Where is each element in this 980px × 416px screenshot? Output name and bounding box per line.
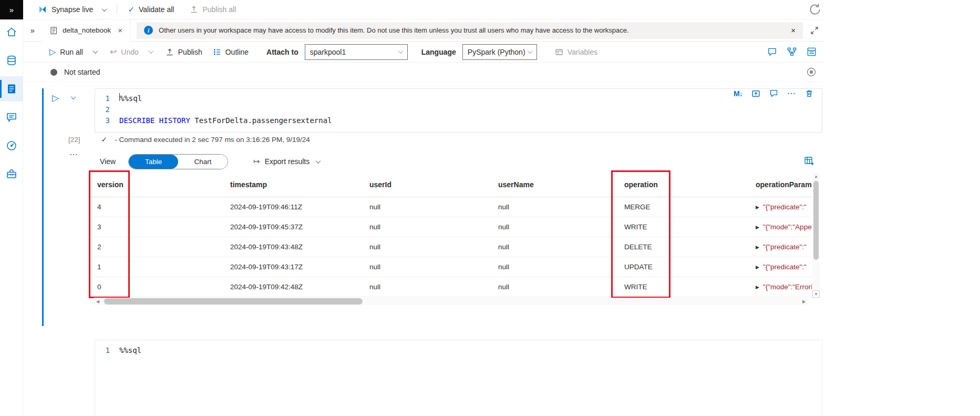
validate-all-button[interactable]: ✓ Validate all — [128, 5, 174, 14]
convert-to-markdown-icon[interactable]: M↓ — [734, 89, 742, 98]
dismiss-banner-icon[interactable]: × — [791, 26, 796, 35]
line-number: 2 — [95, 104, 119, 115]
synapse-studio-app: » Synapse live ✓ Validate all Publish al… — [0, 0, 980, 416]
sidebar-item-data[interactable] — [0, 48, 23, 73]
expand-json-icon[interactable]: ▶ — [756, 205, 759, 210]
column-header-version: version — [90, 173, 223, 197]
line-number: 3 — [95, 115, 119, 126]
attach-to-label: Attach to — [266, 48, 298, 56]
tab-delta-notebook[interactable]: delta_notebook × — [42, 19, 130, 42]
double-chevron-icon: » — [30, 26, 35, 35]
save-as-table-icon[interactable] — [804, 156, 814, 166]
home-icon — [5, 26, 18, 38]
more-cell-actions-icon[interactable]: ⋯ — [787, 88, 796, 98]
focus-cell-icon[interactable] — [751, 89, 760, 98]
delete-cell-icon[interactable] — [805, 89, 813, 98]
refresh-icon[interactable] — [808, 3, 822, 16]
code-line: 3 DESCRIBE HISTORY TestForDelta.passenge… — [95, 115, 822, 126]
cell-username: null — [491, 257, 617, 277]
variables-button[interactable]: Variables — [555, 48, 597, 56]
sql-keyword: DESCRIBE HISTORY — [119, 115, 190, 126]
scrollbar-thumb[interactable] — [104, 298, 363, 305]
chevron-down-icon — [527, 48, 532, 54]
success-check-icon: ✓ — [101, 135, 108, 144]
comments-icon[interactable] — [767, 47, 777, 57]
language-label: Language — [421, 48, 456, 56]
scroll-up-icon[interactable]: ▲ — [812, 173, 820, 180]
sidebar-item-manage[interactable] — [0, 161, 23, 187]
export-results-button[interactable]: ↦ Export results — [253, 157, 320, 166]
run-all-button[interactable]: ▷ Run all — [49, 48, 83, 56]
run-cell-button[interactable]: ▷ — [52, 94, 59, 103]
expand-explorer-button[interactable]: » — [23, 26, 42, 35]
view-toggle: Table Chart — [128, 154, 228, 169]
cell-operation: WRITE — [617, 277, 749, 297]
json-value: "{"mode":"Append" — [763, 223, 812, 231]
open-fullscreen-icon[interactable] — [810, 26, 819, 35]
scroll-down-icon[interactable]: ▼ — [812, 290, 820, 298]
notebook-canvas: ▷ 1 %%sql 2 3 DESCRIBE HISTORY TestForDe… — [23, 82, 824, 416]
cell-version: 4 — [90, 197, 223, 217]
code-cell-editor-2[interactable]: 1 %%sql — [95, 340, 822, 416]
scrollbar-track[interactable] — [102, 298, 800, 305]
cell-operation: WRITE — [617, 217, 749, 237]
cell-userid: null — [363, 217, 491, 237]
scroll-right-icon[interactable]: ▶ — [800, 299, 808, 304]
properties-icon[interactable] — [807, 47, 817, 57]
language-select[interactable]: PySpark (Python) — [462, 44, 537, 60]
data-flow-icon[interactable] — [787, 47, 797, 57]
cell-toolbar: M↓ ⋯ — [734, 88, 813, 98]
collapse-menu-button[interactable]: » — [0, 0, 23, 19]
horizontal-scrollbar[interactable]: ◀ ▶ — [94, 298, 808, 305]
expand-json-icon[interactable]: ▶ — [756, 225, 759, 230]
expand-json-icon[interactable]: ▶ — [756, 265, 759, 270]
outline-icon — [213, 48, 221, 56]
expand-json-icon[interactable]: ▶ — [756, 245, 759, 250]
collapse-cell-chevron-icon[interactable] — [71, 94, 76, 99]
comment-cell-icon[interactable] — [769, 89, 778, 98]
cell-userid: null — [363, 197, 491, 217]
validate-all-label: Validate all — [139, 5, 174, 14]
table-view-toggle[interactable]: Table — [129, 155, 178, 169]
json-value: "{"predicate":" — [763, 203, 807, 211]
publish-button[interactable]: Publish — [166, 48, 202, 56]
json-value: "{"mode":"ErrorIfExists" — [763, 283, 812, 291]
execution-count: [22] — [68, 136, 80, 144]
notebook-icon — [5, 83, 18, 95]
close-tab-icon[interactable]: × — [118, 26, 122, 35]
output-more-actions-icon[interactable]: ⋯ — [69, 149, 78, 159]
chevron-down-icon — [316, 158, 321, 164]
code-line: 1 %%sql — [95, 93, 822, 104]
table-row: 4 2024-09-19T09:46:11Z null null MERGE ▶… — [90, 197, 812, 217]
undo-label: Undo — [121, 48, 138, 56]
outline-button[interactable]: Outline — [213, 48, 249, 56]
undo-button[interactable]: ↩ Undo — [110, 47, 139, 57]
view-label: View — [100, 157, 116, 166]
sidebar-item-home[interactable] — [0, 19, 23, 45]
sidebar-item-monitor[interactable] — [0, 133, 23, 158]
info-icon: i — [144, 26, 153, 35]
cell-operationparameters: ▶"{"mode":"ErrorIfExists" — [749, 277, 812, 297]
scroll-left-icon[interactable]: ◀ — [94, 299, 102, 304]
publish-icon — [190, 5, 198, 14]
sidebar-item-develop[interactable] — [0, 76, 23, 102]
cell-userid: null — [363, 237, 491, 257]
run-options-chevron-icon[interactable] — [92, 48, 98, 54]
chart-view-toggle[interactable]: Chart — [178, 155, 228, 169]
chevron-down-icon — [398, 48, 403, 54]
cell-timestamp: 2024-09-19T09:45:37Z — [223, 217, 363, 237]
results-table-container[interactable]: version timestamp userId userName operat… — [90, 173, 812, 297]
expand-json-icon[interactable]: ▶ — [756, 285, 759, 290]
header-row: version timestamp userId userName operat… — [90, 173, 812, 197]
publish-all-button[interactable]: Publish all — [190, 5, 236, 14]
synapse-live-selector[interactable]: Synapse live — [38, 5, 106, 14]
scrollbar-thumb[interactable] — [813, 181, 819, 260]
gauge-icon — [5, 139, 18, 152]
session-config-icon[interactable] — [806, 67, 817, 77]
sidebar-item-integrate[interactable] — [0, 105, 23, 130]
vertical-scrollbar[interactable]: ▲ ▼ — [812, 173, 820, 298]
code-cell-editor[interactable]: 1 %%sql 2 3 DESCRIBE HISTORY TestForDelt… — [95, 88, 822, 133]
undo-icon: ↩ — [110, 47, 117, 57]
undo-options-chevron-icon[interactable] — [148, 48, 153, 54]
spark-pool-select[interactable]: sparkpool1 — [305, 44, 408, 60]
